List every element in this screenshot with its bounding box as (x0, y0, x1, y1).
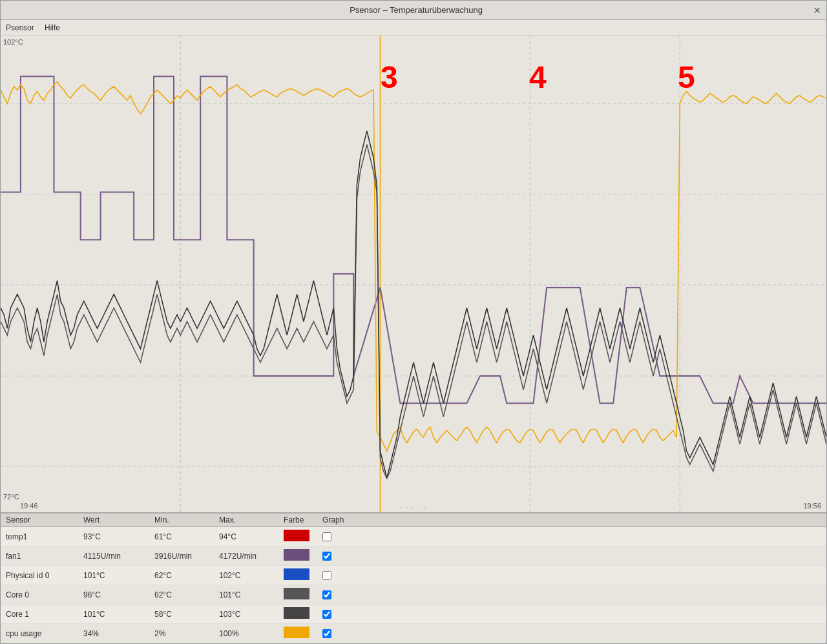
menu-bar: Psensor Hilfe (1, 20, 826, 36)
cell-color (284, 588, 322, 601)
cell-color (284, 568, 322, 582)
cell-min: 3916U/min (154, 552, 219, 561)
marker-3: 3 (381, 59, 398, 95)
cell-sensor: fan1 (6, 552, 83, 561)
table-row: cpu usage 34% 2% 100% (1, 624, 826, 643)
table-row: temp1 93°C 61°C 94°C (1, 527, 826, 546)
graph-area: 102°C 72°C 19:46 19:56 3 4 5 (1, 36, 826, 512)
cell-max: 94°C (219, 532, 284, 541)
main-window: Psensor – Temperaturüberwachung ✕ Psenso… (0, 0, 827, 644)
cell-wert: 101°C (83, 610, 154, 619)
graph-checkbox[interactable] (322, 629, 331, 638)
cell-wert: 96°C (83, 590, 154, 599)
menu-psensor[interactable]: Psensor (6, 23, 34, 32)
marker-5: 5 (678, 59, 695, 95)
graph-checkbox[interactable] (322, 552, 331, 561)
cell-max: 4172U/min (219, 552, 284, 561)
color-swatch (284, 549, 309, 561)
cell-wert: 101°C (83, 571, 154, 580)
color-swatch (284, 627, 309, 638)
y-top-label: 102°C (3, 38, 23, 46)
title-bar: Psensor – Temperaturüberwachung ✕ (1, 1, 826, 20)
graph-checkbox[interactable] (322, 571, 331, 580)
color-swatch (284, 607, 309, 619)
cell-sensor: temp1 (6, 532, 83, 541)
cell-min: 61°C (154, 532, 219, 541)
cell-sensor: cpu usage (6, 629, 83, 638)
color-swatch (284, 530, 309, 541)
cell-sensor: Physical id 0 (6, 571, 83, 580)
cell-max: 103°C (219, 610, 284, 619)
cell-sensor: Core 1 (6, 610, 83, 619)
table-header-row: Sensor Wert Min. Max. Farbe Graph (1, 514, 826, 527)
cell-max: 101°C (219, 590, 284, 599)
color-swatch (284, 568, 309, 580)
cell-graph[interactable] (322, 629, 361, 638)
x-right-label: 19:56 (803, 502, 821, 510)
col-min: Min. (154, 515, 219, 525)
col-max: Max. (219, 515, 284, 525)
marker-4: 4 (529, 59, 547, 95)
table-row: fan1 4115U/min 3916U/min 4172U/min (1, 546, 826, 566)
menu-hilfe[interactable]: Hilfe (45, 23, 60, 32)
scroll-dots: · · · · · (399, 504, 427, 511)
cell-graph[interactable] (322, 571, 361, 580)
table-row: Core 1 101°C 58°C 103°C (1, 605, 826, 624)
cell-max: 102°C (219, 571, 284, 580)
table-body: temp1 93°C 61°C 94°C fan1 4115U/min 3916… (1, 527, 826, 643)
col-graph: Graph (322, 515, 361, 525)
svg-rect-0 (1, 36, 826, 512)
cell-wert: 4115U/min (83, 552, 154, 561)
cell-color (284, 549, 322, 563)
cell-min: 62°C (154, 590, 219, 599)
col-sensor: Sensor (6, 515, 83, 525)
graph-checkbox[interactable] (322, 590, 331, 599)
graph-svg (1, 36, 826, 512)
graph-checkbox[interactable] (322, 532, 331, 541)
cell-min: 2% (154, 629, 219, 638)
cell-color (284, 530, 322, 543)
cell-wert: 34% (83, 629, 154, 638)
cell-graph[interactable] (322, 610, 361, 619)
cell-max: 100% (219, 629, 284, 638)
cell-graph[interactable] (322, 532, 361, 541)
table-row: Physical id 0 101°C 62°C 102°C (1, 566, 826, 585)
graph-checkbox[interactable] (322, 610, 331, 619)
y-bottom-label: 72°C (3, 493, 19, 501)
col-farbe: Farbe (284, 515, 322, 525)
col-wert: Wert (83, 515, 154, 525)
cell-color (284, 607, 322, 621)
cell-sensor: Core 0 (6, 590, 83, 599)
cell-min: 62°C (154, 571, 219, 580)
cell-graph[interactable] (322, 552, 361, 561)
cell-wert: 93°C (83, 532, 154, 541)
x-left-label: 19:46 (20, 502, 38, 510)
cell-graph[interactable] (322, 590, 361, 599)
close-button[interactable]: ✕ (813, 5, 821, 16)
cell-color (284, 627, 322, 640)
sensor-table: Sensor Wert Min. Max. Farbe Graph temp1 … (1, 512, 826, 643)
window-title: Psensor – Temperaturüberwachung (19, 5, 813, 15)
color-swatch (284, 588, 309, 599)
cell-min: 58°C (154, 610, 219, 619)
table-row: Core 0 96°C 62°C 101°C (1, 585, 826, 605)
